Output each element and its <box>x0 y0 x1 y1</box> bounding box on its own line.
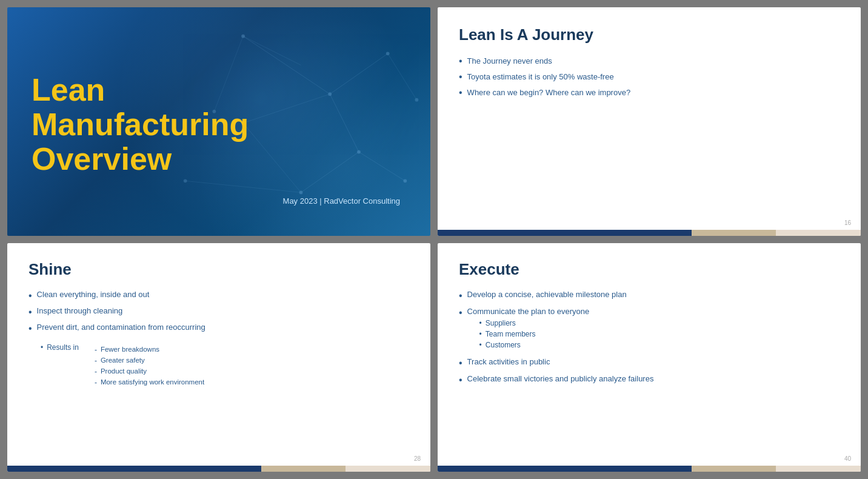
slide2-bullets: The Journey never ends Toyota estimates … <box>459 56 840 104</box>
slide4-sub-customers: Customers <box>479 341 590 349</box>
slide3-bullet-3: Prevent dirt, and contamination from reo… <box>28 323 409 334</box>
slide4-footer <box>438 466 861 472</box>
slide3-sub-3: Product quality <box>95 367 204 376</box>
slide2-bullet-1: The Journey never ends <box>459 56 840 66</box>
slide-4-execute: Execute Develop a concise, achievable mi… <box>438 243 861 472</box>
slide1-title: Lean Manufacturing Overview <box>32 73 406 177</box>
slide-3-shine: Shine Clean everything, inside and out I… <box>7 243 430 472</box>
slide3-footer <box>7 466 430 472</box>
slide-2-journey: Lean Is A Journey The Journey never ends… <box>438 7 861 236</box>
footer-blue <box>438 466 692 472</box>
slide3-sub-sub-list: Fewer breakdowns Greater safety Product … <box>82 346 204 389</box>
slide4-content: Execute Develop a concise, achievable mi… <box>438 243 861 409</box>
footer-tan <box>692 230 776 236</box>
svg-point-15 <box>299 191 303 195</box>
svg-point-11 <box>241 35 245 38</box>
slide3-sub-4: More satisfying work environment <box>95 378 204 387</box>
slide2-content: Lean Is A Journey The Journey never ends… <box>438 7 861 122</box>
slide-1-title: Lean Manufacturing Overview May 2023 | R… <box>7 7 430 236</box>
slide3-sub-list: Results in Fewer breakdowns Greater safe… <box>28 343 409 389</box>
slide4-bullet-2: Communicate the plan to everyone Supplie… <box>459 307 840 352</box>
slide4-bullet-4: Celebrate small victories and publicly a… <box>459 374 840 386</box>
slide3-bullets: Clean everything, inside and out Inspect… <box>28 290 409 335</box>
slide3-content: Shine Clean everything, inside and out I… <box>7 243 430 409</box>
footer-blue <box>438 230 692 236</box>
slide4-bullet-1: Develop a concise, achievable milestone … <box>459 290 840 301</box>
slide2-bullet-3: Where can we begin? Where can we improve… <box>459 88 840 98</box>
slide4-heading: Execute <box>459 260 840 279</box>
slide3-sub-1: Fewer breakdowns <box>95 346 204 354</box>
svg-point-19 <box>415 98 419 102</box>
slide1-subtitle: May 2023 | RadVector Consulting <box>283 196 400 206</box>
slide4-sub-team: Team members <box>479 330 590 338</box>
slide4-sub-suppliers: Suppliers <box>479 319 590 327</box>
slide4-communicate-list: Suppliers Team members Customers <box>467 319 590 349</box>
footer-light <box>346 466 430 472</box>
svg-line-9 <box>243 36 301 65</box>
slide4-bullets: Develop a concise, achievable milestone … <box>459 290 840 386</box>
footer-light <box>776 230 861 236</box>
footer-blue <box>7 466 261 472</box>
svg-point-16 <box>403 179 407 183</box>
slide3-page-number: 28 <box>414 455 421 462</box>
svg-point-13 <box>386 52 390 55</box>
slide3-heading: Shine <box>28 260 409 279</box>
svg-point-18 <box>184 179 187 183</box>
slide3-bullet-1: Clean everything, inside and out <box>28 290 409 301</box>
svg-line-7 <box>185 181 301 192</box>
slide2-heading: Lean Is A Journey <box>459 25 840 44</box>
slide4-page-number: 40 <box>844 455 851 462</box>
slide3-bullet-2: Inspect through cleaning <box>28 306 409 318</box>
slide3-sub-2: Greater safety <box>95 357 204 365</box>
slide2-bullet-2: Toyota estimates it is only 50% waste-fr… <box>459 72 840 82</box>
slide3-results-heading: Results in Fewer breakdowns Greater safe… <box>41 343 409 389</box>
footer-tan <box>261 466 346 472</box>
slide2-footer <box>438 230 861 236</box>
slide4-bullet-3: Track activities in public <box>459 357 840 369</box>
footer-tan <box>692 466 776 472</box>
footer-light <box>776 466 861 472</box>
slide2-page-number: 16 <box>844 219 851 226</box>
